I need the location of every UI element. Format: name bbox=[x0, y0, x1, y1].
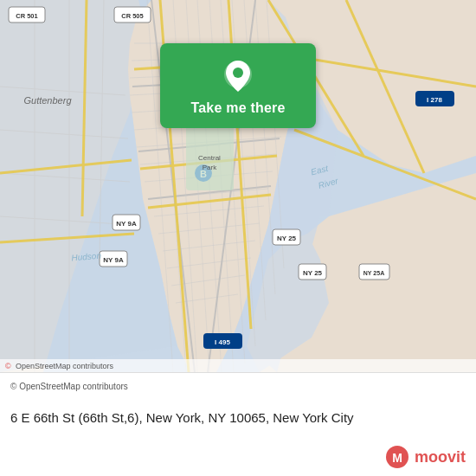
svg-text:©: © bbox=[5, 362, 11, 370]
svg-text:NY 9A: NY 9A bbox=[116, 220, 137, 228]
take-me-there-label: Take me there bbox=[190, 100, 285, 116]
svg-text:CR 505: CR 505 bbox=[121, 12, 143, 20]
moovit-logo-icon: M bbox=[385, 445, 409, 469]
take-me-there-button[interactable]: Take me there bbox=[160, 43, 316, 128]
svg-text:NY 25: NY 25 bbox=[277, 235, 297, 242]
svg-text:Guttenberg: Guttenberg bbox=[23, 95, 72, 106]
osm-attribution-text: © OpenStreetMap contributors bbox=[10, 382, 128, 391]
svg-text:Central: Central bbox=[198, 154, 221, 162]
svg-text:NY 25: NY 25 bbox=[303, 269, 323, 277]
svg-text:M: M bbox=[392, 451, 402, 465]
svg-text:NY 25A: NY 25A bbox=[363, 270, 384, 276]
svg-text:CR 501: CR 501 bbox=[16, 12, 37, 20]
moovit-branding: M moovit bbox=[10, 445, 466, 469]
moovit-text: moovit bbox=[415, 448, 466, 466]
svg-text:Park: Park bbox=[203, 164, 217, 171]
osm-attribution: © OpenStreetMap contributors bbox=[10, 382, 466, 391]
info-bar: © OpenStreetMap contributors 6 E 66th St… bbox=[0, 372, 476, 476]
svg-text:I 495: I 495 bbox=[215, 338, 230, 346]
svg-text:I 278: I 278 bbox=[427, 96, 442, 104]
map-container: I 278 I 495 NY 9A NY 9A NY 25 NY 25 NY 2… bbox=[0, 0, 476, 372]
svg-text:OpenStreetMap contributors: OpenStreetMap contributors bbox=[16, 362, 114, 370]
address-line: 6 E 66th St (66th St,6), New York, NY 10… bbox=[10, 409, 466, 427]
svg-point-89 bbox=[233, 68, 243, 78]
svg-text:NY 9A: NY 9A bbox=[103, 256, 124, 264]
location-pin-icon bbox=[222, 59, 254, 93]
